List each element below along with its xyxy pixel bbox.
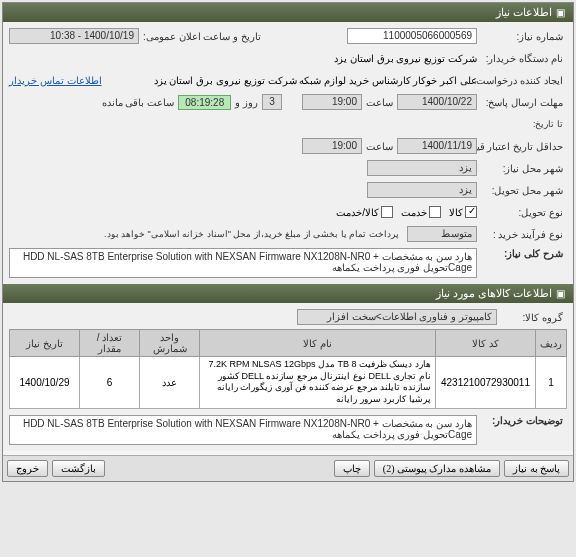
delivery-both-option[interactable]: کالا/خدمت <box>336 206 393 218</box>
col-code: کد کالا <box>436 330 536 357</box>
delivery-service-option[interactable]: خدمت <box>401 206 441 218</box>
group-value: کامپیوتر و فناوری اطلاعات>سخت افزار <box>297 309 497 325</box>
items-table: ردیف کد کالا نام کالا واحد شمارش تعداد /… <box>9 329 567 409</box>
respond-button[interactable]: پاسخ به نیاز <box>504 460 569 477</box>
window-header: ▣ اطلاعات نیاز <box>3 3 573 22</box>
deadline-date: 1400/10/22 <box>397 94 477 110</box>
deadline-time: 19:00 <box>302 94 362 110</box>
table-row[interactable]: 1 4231210072930011 هارد دیسک ظرفیت TB 8 … <box>10 357 567 409</box>
col-unit: واحد شمارش <box>140 330 200 357</box>
deadline-label: مهلت ارسال پاسخ: <box>477 97 567 108</box>
purchase-mid-value: متوسط <box>407 226 477 242</box>
col-idx: ردیف <box>536 330 567 357</box>
time-label-2: ساعت <box>362 141 397 152</box>
buyer-contact-link[interactable]: اطلاعات تماس خریدار <box>9 75 102 86</box>
back-button[interactable]: بازگشت <box>52 460 105 477</box>
cell-name: هارد دیسک ظرفیت TB 8 مدل 7.2K RPM NLSAS … <box>200 357 436 409</box>
days-value: 3 <box>262 94 282 110</box>
time-label-1: ساعت <box>362 97 397 108</box>
checkbox-icon <box>381 206 393 218</box>
validity-date: 1400/11/19 <box>397 138 477 154</box>
need-city-label: شهر محل نیاز: <box>477 163 567 174</box>
checkbox-checked-icon <box>465 206 477 218</box>
group-label: گروه کالا: <box>497 312 567 323</box>
buyer-notes-text: هارد سن به مشخصات HDD NL-SAS 8TB Enterpr… <box>9 415 477 445</box>
remaining-label: ساعت باقی مانده <box>98 97 179 108</box>
requester-value: علی اکبر خوکار کارشناس خرید لوازم شبکه ش… <box>102 75 477 86</box>
deadline-until-label: تا تاریخ: <box>477 119 567 129</box>
service-label: خدمت <box>401 207 427 218</box>
col-qty: تعداد / مقدار <box>80 330 140 357</box>
public-dt-value: 1400/10/19 - 10:38 <box>9 28 139 44</box>
need-no-value: 1100005066000569 <box>347 28 477 44</box>
buyer-org-label: نام دستگاه خریدار: <box>477 53 567 64</box>
buyer-org-value: شرکت توزیع نیروی برق استان یزد <box>277 53 477 64</box>
cell-unit: عدد <box>140 357 200 409</box>
col-date: تاریخ نیاز <box>10 330 80 357</box>
window-title: اطلاعات نیاز <box>496 6 552 19</box>
days-suffix: روز و <box>231 97 262 108</box>
requester-label: ایجاد کننده درخواست: <box>477 75 567 86</box>
need-city-value: یزد <box>367 160 477 176</box>
print-button[interactable]: چاپ <box>334 460 370 477</box>
col-name: نام کالا <box>200 330 436 357</box>
cell-qty: 6 <box>80 357 140 409</box>
countdown-timer: 08:19:28 <box>178 95 231 110</box>
items-title: اطلاعات کالاهای مورد نیاز <box>436 287 552 300</box>
info-icon: ▣ <box>556 7 565 18</box>
cell-idx: 1 <box>536 357 567 409</box>
validity-label: حداقل تاریخ اعتبار قیمت تا: <box>477 141 567 152</box>
goods-label: کالا <box>449 207 463 218</box>
summary-text: هارد سن به مشخصات HDD NL-SAS 8TB Enterpr… <box>9 248 477 278</box>
purchase-type-label: نوع فرآیند خرید : <box>477 229 567 240</box>
table-header-row: ردیف کد کالا نام کالا واحد شمارش تعداد /… <box>10 330 567 357</box>
public-dt-label: تاریخ و ساعت اعلان عمومی: <box>139 31 265 42</box>
exit-button[interactable]: خروج <box>7 460 48 477</box>
goods-service-label: کالا/خدمت <box>336 207 379 218</box>
delivery-city-value: یزد <box>367 182 477 198</box>
cell-date: 1400/10/29 <box>10 357 80 409</box>
delivery-goods-option[interactable]: کالا <box>449 206 477 218</box>
delivery-type-label: نوع تحویل: <box>477 207 567 218</box>
buyer-notes-label: توضیحات خریدار: <box>477 415 567 426</box>
items-header: ▣ اطلاعات کالاهای مورد نیاز <box>3 284 573 303</box>
cell-code: 4231210072930011 <box>436 357 536 409</box>
need-no-label: شماره نیاز: <box>477 31 567 42</box>
attachments-button[interactable]: مشاهده مدارک پیوستی (2) <box>374 460 500 477</box>
summary-label: شرح کلی نیاز: <box>477 248 567 259</box>
bottom-toolbar: پاسخ به نیاز مشاهده مدارک پیوستی (2) چاپ… <box>3 455 573 481</box>
purchase-note: پرداخت تمام یا بخشی از مبلغ خرید،از محل … <box>9 229 407 239</box>
list-icon: ▣ <box>556 288 565 299</box>
delivery-city-label: شهر محل تحویل: <box>477 185 567 196</box>
checkbox-icon <box>429 206 441 218</box>
validity-time: 19:00 <box>302 138 362 154</box>
